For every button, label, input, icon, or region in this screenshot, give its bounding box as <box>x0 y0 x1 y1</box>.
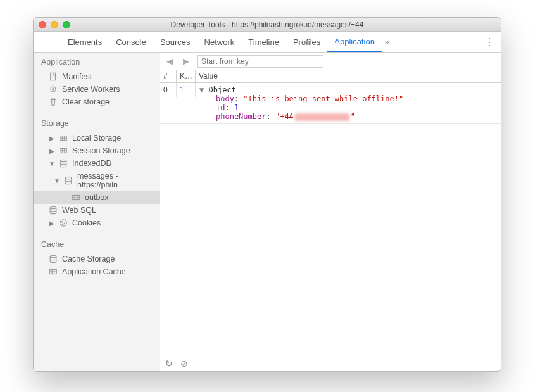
tab-timeline[interactable]: Timeline <box>241 32 286 52</box>
forward-arrow-icon[interactable]: ▶ <box>180 56 192 66</box>
grid-icon <box>59 134 68 142</box>
trash-icon <box>49 98 58 106</box>
svg-point-8 <box>60 160 66 162</box>
sidebar-item-label: Session Storage <box>72 146 130 155</box>
db-icon <box>49 206 58 215</box>
sidebar-item-label: Clear storage <box>62 98 110 106</box>
gear-icon <box>49 85 58 94</box>
tab-elements[interactable]: Elements <box>61 32 109 52</box>
tabs: ElementsConsoleSourcesNetworkTimelinePro… <box>61 32 382 52</box>
devtools-tabbar: ElementsConsoleSourcesNetworkTimelinePro… <box>34 32 501 53</box>
disclosure-triangle-icon[interactable]: ▶ <box>49 220 54 227</box>
db-icon <box>49 255 58 263</box>
table-header: # K… Value <box>160 70 501 83</box>
sidebar-section-application: Application <box>34 53 160 70</box>
sidebar-item-label: Application Cache <box>62 267 126 276</box>
sidebar-item-service-workers[interactable]: Service Workers <box>34 83 160 96</box>
zoom-icon[interactable] <box>63 21 70 28</box>
tab-console[interactable]: Console <box>109 32 153 52</box>
th-index[interactable]: # <box>160 70 177 82</box>
sidebar: ApplicationManifestService WorkersClear … <box>34 53 160 371</box>
sidebar-item-session-storage[interactable]: ▶Session Storage <box>34 144 160 157</box>
bottom-bar: ↻ ⊘ <box>160 355 501 371</box>
grid-icon <box>72 193 80 202</box>
back-arrow-icon[interactable]: ◀ <box>164 56 175 66</box>
sidebar-item-label: Cache Storage <box>62 255 115 263</box>
start-from-key-input[interactable] <box>197 55 323 68</box>
cookie-icon <box>59 218 68 227</box>
sidebar-item-indexeddb[interactable]: ▼IndexedDB <box>34 157 160 170</box>
grid-icon <box>49 267 58 276</box>
sidebar-section-storage: Storage <box>34 114 160 132</box>
sidebar-item-outbox[interactable]: outbox <box>34 191 160 204</box>
disclosure-triangle-icon[interactable]: ▶ <box>49 135 54 142</box>
sidebar-item-clear-storage[interactable]: Clear storage <box>34 96 160 108</box>
svg-point-9 <box>65 177 72 179</box>
refresh-icon[interactable]: ↻ <box>165 358 173 369</box>
grid-icon <box>59 146 68 155</box>
sidebar-item-cache-storage[interactable]: Cache Storage <box>34 253 160 265</box>
sidebar-item-application-cache[interactable]: Application Cache <box>34 265 160 278</box>
kebab-icon[interactable]: ⋮ <box>484 36 494 48</box>
inspect-controls <box>40 32 54 52</box>
db-icon <box>64 176 73 185</box>
sidebar-item-label: Web SQL <box>62 206 96 215</box>
sidebar-item-label: messages - https://philn <box>77 172 160 189</box>
doc-icon <box>49 72 58 81</box>
sidebar-item-label: Manifest <box>62 72 92 81</box>
tab-sources[interactable]: Sources <box>153 32 198 52</box>
sidebar-item-local-storage[interactable]: ▶Local Storage <box>34 132 160 144</box>
cell-index: 0 <box>160 83 177 97</box>
sidebar-item-label: outbox <box>85 193 109 202</box>
svg-point-4 <box>51 87 56 92</box>
svg-point-12 <box>60 220 67 227</box>
table-row[interactable]: 01▼ Objectbody: "This is being sent whil… <box>160 83 501 124</box>
sidebar-item-messages-https-philn[interactable]: ▼messages - https://philn <box>34 170 160 191</box>
disclosure-triangle-icon[interactable]: ▼ <box>199 85 208 94</box>
cell-key: 1 <box>177 83 196 97</box>
devtools-window: Developer Tools - https://philnash.ngrok… <box>33 17 501 372</box>
data-toolbar: ◀ ▶ <box>160 53 501 70</box>
titlebar: Developer Tools - https://philnash.ngrok… <box>34 18 501 32</box>
db-icon <box>59 159 68 168</box>
th-key[interactable]: K… <box>177 70 196 82</box>
table-body: 01▼ Objectbody: "This is being sent whil… <box>160 83 501 355</box>
th-value[interactable]: Value <box>196 70 501 82</box>
sidebar-item-label: Cookies <box>72 218 101 227</box>
svg-point-14 <box>64 223 65 224</box>
clear-icon[interactable]: ⊘ <box>180 358 188 369</box>
svg-point-16 <box>50 255 56 258</box>
tab-network[interactable]: Network <box>198 32 242 52</box>
minimize-icon[interactable] <box>51 21 58 28</box>
disclosure-triangle-icon[interactable]: ▶ <box>49 148 54 155</box>
svg-point-11 <box>50 206 56 209</box>
disclosure-triangle-icon[interactable]: ▼ <box>49 160 54 167</box>
sidebar-item-label: IndexedDB <box>72 159 111 168</box>
svg-rect-3 <box>51 73 56 80</box>
tab-application[interactable]: Application <box>327 32 382 52</box>
cell-value[interactable]: ▼ Objectbody: "This is being sent while … <box>196 83 501 123</box>
disclosure-triangle-icon[interactable]: ▼ <box>54 177 60 184</box>
svg-point-5 <box>53 89 54 91</box>
sidebar-item-label: Local Storage <box>72 134 121 142</box>
sidebar-item-label: Service Workers <box>62 85 120 94</box>
sidebar-item-manifest[interactable]: Manifest <box>34 70 160 83</box>
overflow-icon[interactable]: » <box>384 37 389 47</box>
sidebar-section-cache: Cache <box>34 235 160 253</box>
sidebar-item-cookies[interactable]: ▶Cookies <box>34 217 160 229</box>
svg-point-15 <box>63 224 63 225</box>
main-panel: ◀ ▶ # K… Value 01▼ Objectbody: "This is … <box>160 53 501 371</box>
sidebar-item-web-sql[interactable]: Web SQL <box>34 204 160 217</box>
window-title: Developer Tools - https://philnash.ngrok… <box>34 20 501 29</box>
tab-profiles[interactable]: Profiles <box>286 32 327 52</box>
traffic-lights <box>39 21 70 28</box>
close-icon[interactable] <box>39 21 46 28</box>
svg-point-13 <box>62 222 63 222</box>
